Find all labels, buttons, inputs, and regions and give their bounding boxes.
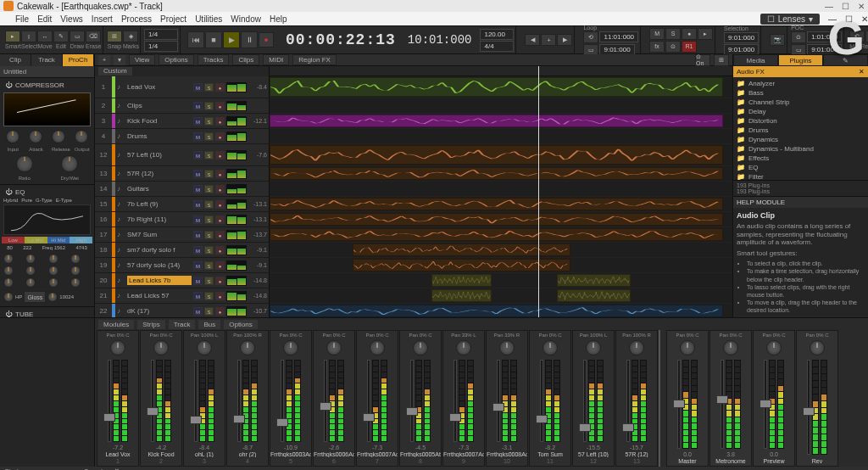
clip-lane[interactable] — [270, 182, 732, 197]
arm-button[interactable]: ● — [215, 132, 225, 141]
volume-fader[interactable] — [721, 360, 724, 449]
mute-button[interactable]: M — [193, 261, 203, 270]
track-header[interactable]: 15 ♪ 7b Left (9) M S ● -13.1 — [95, 197, 269, 212]
audio-clip[interactable] — [557, 289, 631, 302]
eq-gain-2[interactable] — [25, 254, 36, 264]
menu-views[interactable]: Views — [60, 14, 83, 24]
power-icon[interactable]: ⏻ — [5, 81, 12, 89]
mute-button[interactable]: M — [193, 83, 203, 92]
solo-button[interactable]: S — [204, 261, 214, 270]
folder-item[interactable]: 📁Dynamics - Multiband — [735, 144, 866, 154]
arm-button[interactable]: ● — [215, 185, 225, 193]
volume-fader[interactable] — [453, 360, 457, 442]
folder-item[interactable]: 📁Effects — [735, 154, 866, 163]
clip-lane[interactable] — [270, 114, 732, 129]
loop-toggle[interactable]: ⟲ — [583, 31, 598, 43]
menu-insert[interactable]: Insert — [92, 14, 113, 24]
marker-button[interactable]: ◈ — [123, 31, 138, 42]
track-header[interactable]: 1 ♪ Lead Vox M S ● -8.4 — [95, 76, 269, 98]
audio-clip[interactable] — [270, 167, 723, 180]
tool-draw[interactable]: ▭ — [70, 31, 85, 42]
tool-move[interactable]: ↔ — [37, 31, 53, 42]
trackview-tracks[interactable]: Tracks — [198, 54, 230, 65]
clip-lane[interactable] — [270, 197, 732, 212]
eq-q-3[interactable] — [48, 277, 58, 288]
pan-knob[interactable] — [586, 340, 601, 355]
options-button[interactable]: ▾ — [114, 55, 125, 65]
audio-clip[interactable] — [270, 228, 723, 241]
volume-fader[interactable] — [324, 360, 327, 442]
clip-lane[interactable] — [270, 258, 732, 273]
folder-item[interactable]: 📁Analyzer — [735, 79, 866, 88]
solo-button[interactable]: S — [204, 170, 214, 178]
eq-freq-3[interactable] — [48, 266, 58, 276]
arm-button[interactable]: ● — [215, 277, 225, 285]
tube-power-icon[interactable]: ⏻ — [5, 311, 12, 318]
folder-item[interactable]: 📁Channel Strip — [735, 98, 866, 107]
solo-button[interactable]: S — [204, 231, 214, 239]
menu-edit[interactable]: Edit — [37, 14, 52, 24]
out-knob[interactable] — [47, 292, 58, 302]
folder-item[interactable]: 📁Drums — [735, 126, 866, 135]
mute-button[interactable]: M — [193, 307, 203, 316]
track-header[interactable]: 12 ♪ 57 Left (10) M S ● -7.6 — [95, 144, 269, 166]
knob-release[interactable] — [52, 130, 65, 143]
solo-button[interactable]: S — [204, 185, 214, 193]
clip-lane[interactable] — [270, 227, 732, 243]
solo-button[interactable]: S — [204, 246, 214, 255]
arm-button[interactable]: ● — [215, 261, 225, 270]
knob-input[interactable] — [6, 130, 19, 143]
time-ruler[interactable] — [270, 66, 732, 76]
r1-button[interactable]: R1 — [682, 41, 697, 53]
solo-button[interactable]: S — [204, 292, 214, 300]
mixer-strips[interactable]: Strips — [137, 320, 164, 329]
arm-button[interactable]: ● — [215, 292, 225, 300]
arm-button[interactable]: ● — [215, 117, 225, 126]
fx-bypass[interactable]: fx — [649, 41, 665, 53]
sel-start[interactable]: 9:01:000 — [724, 32, 759, 43]
trackview-options[interactable]: Options — [159, 54, 194, 65]
track-header[interactable]: 4 ♪ Drums M S ● — [95, 129, 269, 144]
pan-knob[interactable] — [766, 340, 782, 355]
volume-fader[interactable] — [540, 360, 543, 442]
pan-knob[interactable] — [810, 340, 825, 355]
volume-fader[interactable] — [281, 360, 284, 442]
track-header[interactable]: 21 ♪ Lead Licks 57 M S ● -14.8 — [95, 288, 269, 304]
mute-button[interactable]: M — [193, 277, 203, 285]
track-header[interactable]: 13 ♪ 57R (12) M S ● — [95, 166, 269, 182]
bbt-display[interactable]: 10:01:000 — [408, 33, 472, 47]
folder-item[interactable]: 📁EQ — [735, 163, 866, 172]
pan-knob[interactable] — [542, 340, 558, 355]
eq-freq-1[interactable] — [3, 266, 14, 276]
menu-process[interactable]: Process — [121, 14, 152, 24]
pan-knob[interactable] — [413, 340, 428, 355]
audio-clip[interactable] — [270, 198, 723, 210]
audio-clip[interactable] — [270, 213, 723, 226]
mute-all[interactable]: M — [649, 28, 665, 40]
tempo-field[interactable]: 120.00 — [480, 29, 514, 40]
arm-button[interactable]: ● — [215, 307, 225, 316]
mute-button[interactable]: M — [193, 151, 203, 159]
timecode-display[interactable]: 00:00:22:13 — [281, 31, 401, 48]
grid-value[interactable]: 1/4 — [144, 41, 178, 52]
pan-knob[interactable] — [499, 340, 515, 355]
clip-lane[interactable] — [270, 98, 732, 114]
track-preset[interactable]: Custom — [98, 67, 132, 76]
track-header[interactable]: 20 ♪ Lead Licks 7b M S ● -14.8 — [95, 273, 269, 288]
mute-button[interactable]: M — [193, 170, 203, 178]
pause-button[interactable]: ⏸ — [241, 31, 258, 48]
arm-button[interactable]: ● — [215, 200, 225, 209]
volume-fader[interactable] — [677, 360, 681, 449]
screenshot-button[interactable]: 📷 — [770, 34, 785, 46]
solo-button[interactable]: S — [204, 215, 214, 224]
mute-button[interactable]: M — [193, 292, 203, 300]
minimize-button[interactable]: — — [825, 2, 833, 11]
inspector-tab-track[interactable]: Track — [31, 54, 63, 66]
clip-lane[interactable] — [270, 144, 732, 166]
audio-clip[interactable] — [557, 274, 631, 287]
volume-fader[interactable] — [764, 360, 767, 449]
marker-add[interactable]: + — [541, 34, 556, 46]
mute-button[interactable]: M — [193, 215, 203, 224]
volume-fader[interactable] — [410, 360, 414, 442]
volume-fader[interactable] — [151, 360, 154, 442]
